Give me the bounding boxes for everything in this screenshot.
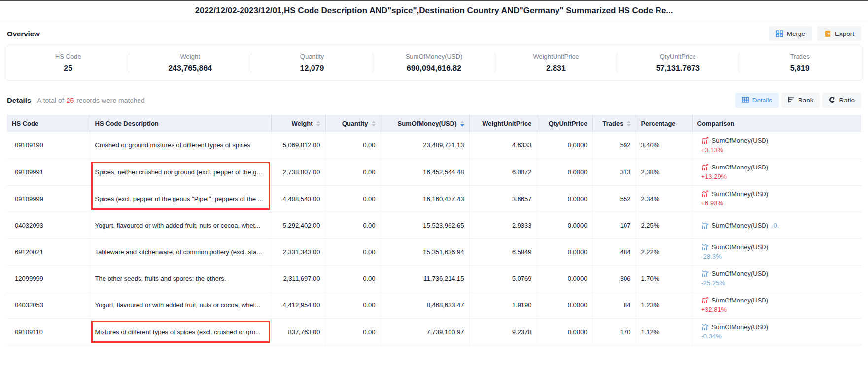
cell-comparison: SumOfMoney(USD) +3.13% xyxy=(692,132,861,159)
comparison-label: SumOfMoney(USD) xyxy=(712,137,769,144)
column-label: Percentage xyxy=(641,120,676,127)
column-header-sumofmoney-usd[interactable]: SumOfMoney(USD) xyxy=(381,115,469,132)
table-header-row: HS CodeHS Code DescriptionWeightQuantity… xyxy=(7,115,861,132)
cell-quantity: 0.00 xyxy=(325,212,381,238)
column-label: Trades xyxy=(603,120,624,127)
cell-qty-unit-price: 0.0000 xyxy=(537,318,592,345)
column-header-qtyunitprice: QtyUnitPrice xyxy=(537,115,592,132)
cell-qty-unit-price: 0.0000 xyxy=(537,238,592,265)
column-header-percentage: Percentage xyxy=(636,115,692,132)
cell-sum-of-money: 16,452,544.48 xyxy=(381,159,469,185)
table-row: 09109110 Mixtures of different types of … xyxy=(7,318,861,345)
cell-description: Yogurt, flavoured or with added fruit, n… xyxy=(95,222,266,229)
sort-carets-icon xyxy=(316,121,320,127)
comparison-label: SumOfMoney(USD) xyxy=(712,222,769,229)
cell-quantity: 0.00 xyxy=(325,238,381,265)
cell-quantity: 0.00 xyxy=(325,265,381,292)
column-label: HS Code Description xyxy=(95,120,159,127)
cell-weight: 5,069,812.00 xyxy=(271,132,325,159)
merge-button[interactable]: Merge xyxy=(769,26,812,41)
cell-weight: 5,292,402.00 xyxy=(271,212,325,238)
table-row: 69120021 Tableware and kitchenware, of c… xyxy=(7,238,861,265)
column-label: HS Code xyxy=(12,120,38,127)
cell-weight-unit-price: 5.0769 xyxy=(469,265,537,292)
trend-up-icon xyxy=(701,164,709,171)
overview-stat-label: QtyUnitPrice xyxy=(617,53,738,60)
comparison-change: -25.25% xyxy=(701,279,725,287)
comparison-change: -28.3% xyxy=(701,253,722,260)
cell-comparison: SumOfMoney(USD) +32.81% xyxy=(692,292,861,318)
cell-sum-of-money: 23,489,721.13 xyxy=(381,132,469,159)
cell-weight-unit-price: 4.6333 xyxy=(469,132,537,159)
cell-hs-code: 09109110 xyxy=(7,318,90,345)
cell-trades: 107 xyxy=(592,212,636,238)
overview-stat-value: 25 xyxy=(7,64,129,73)
cell-trades: 484 xyxy=(592,238,636,265)
overview-stat-label: SumOfMoney(USD) xyxy=(373,53,494,60)
cell-description: Spices, neither crushed nor ground (excl… xyxy=(95,168,266,176)
match-count: 25 xyxy=(67,97,74,104)
comparison-change: -0. xyxy=(771,222,779,229)
overview-stat-label: Quantity xyxy=(251,53,373,60)
comparison-change: +32.81% xyxy=(701,306,727,313)
cell-description: Crushed or ground mixtures of different … xyxy=(95,141,266,149)
cell-qty-unit-price: 0.0000 xyxy=(537,265,592,292)
view-button-rank[interactable]: Rank xyxy=(781,93,820,108)
overview-header-row: Overview Merge Export xyxy=(7,26,861,41)
overview-stat-trades: Trades 5,819 xyxy=(739,53,861,73)
column-label: Weight xyxy=(291,120,312,127)
trend-down-icon xyxy=(701,243,709,251)
overview-stat-qtyunitprice: QtyUnitPrice 57,131.7673 xyxy=(617,53,739,73)
cell-sum-of-money: 16,160,437.43 xyxy=(381,185,469,212)
cell-hs-code: 09109190 xyxy=(7,132,90,159)
cell-hs-code: 09109991 xyxy=(7,159,90,185)
cell-description: Tableware and kitchenware, of common pot… xyxy=(95,248,266,256)
overview-stat-label: WeightUnitPrice xyxy=(495,53,617,60)
comparison-label: SumOfMoney(USD) xyxy=(712,243,769,251)
details-heading: Details xyxy=(7,96,31,104)
cell-comparison: SumOfMoney(USD) -28.3% xyxy=(692,238,861,265)
cell-quantity: 0.00 xyxy=(325,292,381,318)
view-button-details[interactable]: Details xyxy=(735,93,779,108)
cell-percentage: 1.12% xyxy=(636,318,692,345)
cell-weight-unit-price: 6.5849 xyxy=(469,238,537,265)
view-button-label: Rank xyxy=(798,97,814,104)
comparison-label: SumOfMoney(USD) xyxy=(712,270,769,277)
trend-up-icon xyxy=(701,297,709,304)
cell-sum-of-money: 8,468,633.47 xyxy=(381,292,469,318)
column-header-weight[interactable]: Weight xyxy=(271,115,325,132)
overview-stat-label: Trades xyxy=(739,53,861,60)
column-header-hs-code-description: HS Code Description xyxy=(90,115,271,132)
table-body: 09109190 Crushed or ground mixtures of d… xyxy=(7,132,861,345)
cell-percentage: 2.22% xyxy=(636,238,692,265)
toolbar: Merge Export xyxy=(769,26,861,41)
column-header-weightunitprice: WeightUnitPrice xyxy=(469,115,537,132)
overview-heading: Overview xyxy=(7,30,40,38)
cell-hs-code: 09109999 xyxy=(7,185,90,212)
trend-up-icon xyxy=(701,190,709,198)
overview-stat-quantity: Quantity 12,079 xyxy=(251,53,373,73)
cell-weight: 837,763.00 xyxy=(271,318,325,345)
table-row: 09109190 Crushed or ground mixtures of d… xyxy=(7,132,861,159)
merge-button-label: Merge xyxy=(787,30,805,37)
cell-hs-code: 04032093 xyxy=(7,212,90,238)
cell-qty-unit-price: 0.0000 xyxy=(537,159,592,185)
cell-quantity: 0.00 xyxy=(325,159,381,185)
column-header-trades[interactable]: Trades xyxy=(592,115,636,132)
cell-sum-of-money: 15,351,636.94 xyxy=(381,238,469,265)
cell-weight-unit-price: 1.9190 xyxy=(469,292,537,318)
table-row: 12099999 The other seeds, fruits and spo… xyxy=(7,265,861,292)
column-label: QtyUnitPrice xyxy=(549,120,588,127)
cell-description: Mixtures of different types of spices (e… xyxy=(95,328,266,335)
column-header-quantity[interactable]: Quantity xyxy=(325,115,381,132)
export-button[interactable]: Export xyxy=(817,26,861,41)
overview-stat-value: 2.831 xyxy=(495,64,617,73)
cell-weight-unit-price: 6.0072 xyxy=(469,159,537,185)
comparison-label: SumOfMoney(USD) xyxy=(712,297,769,304)
cell-percentage: 3.40% xyxy=(636,132,692,159)
overview-stat-value: 5,819 xyxy=(739,64,861,73)
export-icon xyxy=(824,30,832,37)
cell-weight-unit-price: 3.6657 xyxy=(469,185,537,212)
comparison-label: SumOfMoney(USD) xyxy=(712,190,769,198)
view-button-ratio[interactable]: Ratio xyxy=(822,93,861,108)
